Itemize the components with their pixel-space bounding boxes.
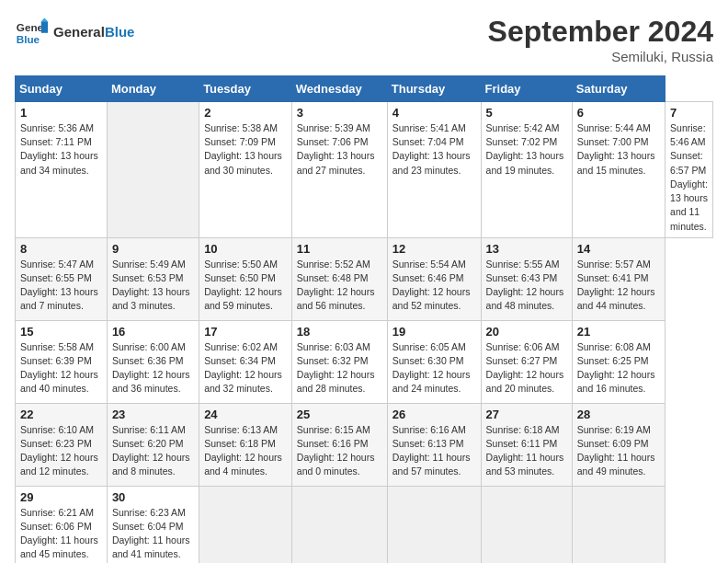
calendar-cell: 24Sunrise: 6:13 AMSunset: 6:18 PMDayligh… [199, 403, 292, 486]
day-info: Sunrise: 5:47 AMSunset: 6:55 PMDaylight:… [20, 258, 102, 314]
day-info: Sunrise: 6:05 AMSunset: 6:30 PMDaylight:… [392, 340, 476, 396]
calendar-cell: 4Sunrise: 5:41 AMSunset: 7:04 PMDaylight… [387, 102, 481, 238]
weekday-header-tuesday: Tuesday [199, 76, 292, 102]
day-number: 23 [112, 408, 194, 421]
day-number: 27 [486, 408, 567, 421]
location: Semiluki, Russia [488, 49, 713, 64]
calendar-cell: 8Sunrise: 5:47 AMSunset: 6:55 PMDaylight… [16, 237, 108, 320]
svg-marker-2 [41, 21, 48, 33]
day-number: 14 [577, 242, 660, 256]
day-number: 5 [486, 106, 567, 120]
day-info: Sunrise: 5:58 AMSunset: 6:39 PMDaylight:… [20, 340, 102, 396]
calendar-cell: 29Sunrise: 6:21 AMSunset: 6:06 PMDayligh… [16, 486, 108, 563]
day-number: 7 [670, 106, 708, 120]
day-number: 1 [20, 106, 102, 120]
calendar-cell: 27Sunrise: 6:18 AMSunset: 6:11 PMDayligh… [481, 403, 572, 486]
calendar-cell: 9Sunrise: 5:49 AMSunset: 6:53 PMDaylight… [107, 237, 199, 320]
day-info: Sunrise: 6:00 AMSunset: 6:36 PMDaylight:… [112, 340, 194, 396]
day-info: Sunrise: 5:49 AMSunset: 6:53 PMDaylight:… [112, 258, 194, 314]
day-number: 20 [486, 325, 567, 339]
calendar-cell: 2Sunrise: 5:38 AMSunset: 7:09 PMDaylight… [199, 102, 292, 238]
calendar-cell [481, 486, 572, 563]
day-number: 18 [297, 325, 382, 339]
svg-text:Blue: Blue [17, 33, 40, 45]
day-number: 30 [112, 490, 194, 504]
day-info: Sunrise: 6:10 AMSunset: 6:23 PMDaylight:… [20, 423, 102, 479]
calendar-cell [199, 486, 292, 563]
day-number: 11 [297, 242, 382, 256]
day-number: 10 [204, 242, 287, 256]
weekday-header-sunday: Sunday [16, 76, 108, 102]
calendar-cell: 11Sunrise: 5:52 AMSunset: 6:48 PMDayligh… [291, 237, 387, 320]
day-info: Sunrise: 5:46 AMSunset: 6:57 PMDaylight:… [670, 121, 708, 234]
calendar-cell: 6Sunrise: 5:44 AMSunset: 7:00 PMDaylight… [572, 102, 665, 238]
day-number: 26 [392, 408, 476, 421]
weekday-header-wednesday: Wednesday [291, 76, 387, 102]
calendar-cell [291, 486, 387, 563]
weekday-header-monday: Monday [107, 76, 199, 102]
logo-text: GeneralBlue [53, 24, 134, 40]
calendar-cell: 13Sunrise: 5:55 AMSunset: 6:43 PMDayligh… [481, 237, 572, 320]
calendar-cell [387, 486, 481, 563]
day-number: 28 [577, 408, 660, 421]
calendar-table: SundayMondayTuesdayWednesdayThursdayFrid… [15, 75, 713, 563]
day-number: 22 [20, 408, 102, 421]
calendar-week-1: 8Sunrise: 5:47 AMSunset: 6:55 PMDaylight… [16, 237, 713, 320]
day-info: Sunrise: 5:38 AMSunset: 7:09 PMDaylight:… [204, 121, 287, 178]
day-number: 8 [20, 242, 102, 256]
calendar-cell: 28Sunrise: 6:19 AMSunset: 6:09 PMDayligh… [572, 403, 665, 486]
weekday-header-saturday: Saturday [572, 76, 665, 102]
day-number: 29 [20, 490, 102, 504]
calendar-cell: 12Sunrise: 5:54 AMSunset: 6:46 PMDayligh… [387, 237, 481, 320]
day-info: Sunrise: 5:41 AMSunset: 7:04 PMDaylight:… [392, 121, 476, 178]
day-number: 13 [486, 242, 567, 256]
calendar-cell: 30Sunrise: 6:23 AMSunset: 6:04 PMDayligh… [107, 486, 199, 563]
day-number: 24 [204, 408, 287, 421]
day-info: Sunrise: 5:39 AMSunset: 7:06 PMDaylight:… [297, 121, 382, 178]
calendar-week-3: 22Sunrise: 6:10 AMSunset: 6:23 PMDayligh… [16, 403, 713, 486]
day-number: 21 [577, 325, 660, 339]
month-title: September 2024 [488, 15, 713, 49]
day-info: Sunrise: 5:50 AMSunset: 6:50 PMDaylight:… [204, 258, 287, 314]
day-info: Sunrise: 6:06 AMSunset: 6:27 PMDaylight:… [486, 340, 567, 396]
calendar-cell: 22Sunrise: 6:10 AMSunset: 6:23 PMDayligh… [16, 403, 108, 486]
calendar-cell: 10Sunrise: 5:50 AMSunset: 6:50 PMDayligh… [199, 237, 292, 320]
day-info: Sunrise: 5:57 AMSunset: 6:41 PMDaylight:… [577, 258, 660, 314]
day-number: 6 [577, 106, 660, 120]
day-info: Sunrise: 6:16 AMSunset: 6:13 PMDaylight:… [392, 423, 476, 479]
day-number: 17 [204, 325, 287, 339]
day-info: Sunrise: 5:54 AMSunset: 6:46 PMDaylight:… [392, 258, 476, 314]
calendar-cell: 16Sunrise: 6:00 AMSunset: 6:36 PMDayligh… [107, 320, 199, 403]
day-info: Sunrise: 5:52 AMSunset: 6:48 PMDaylight:… [297, 258, 382, 314]
calendar-cell: 19Sunrise: 6:05 AMSunset: 6:30 PMDayligh… [387, 320, 481, 403]
calendar-cell [107, 102, 199, 238]
calendar-cell: 15Sunrise: 5:58 AMSunset: 6:39 PMDayligh… [16, 320, 108, 403]
svg-marker-3 [41, 18, 48, 22]
day-info: Sunrise: 6:15 AMSunset: 6:16 PMDaylight:… [297, 423, 382, 479]
title-block: September 2024 Semiluki, Russia [488, 15, 713, 64]
day-number: 25 [297, 408, 382, 421]
calendar-cell: 7Sunrise: 5:46 AMSunset: 6:57 PMDaylight… [665, 102, 713, 238]
day-info: Sunrise: 6:23 AMSunset: 6:04 PMDaylight:… [112, 506, 194, 562]
weekday-header-row: SundayMondayTuesdayWednesdayThursdayFrid… [16, 76, 713, 102]
calendar-cell: 1Sunrise: 5:36 AMSunset: 7:11 PMDaylight… [16, 102, 108, 238]
calendar-week-0: 1Sunrise: 5:36 AMSunset: 7:11 PMDaylight… [16, 102, 713, 238]
day-info: Sunrise: 6:18 AMSunset: 6:11 PMDaylight:… [486, 423, 567, 479]
calendar-cell [572, 486, 665, 563]
calendar-week-4: 29Sunrise: 6:21 AMSunset: 6:06 PMDayligh… [16, 486, 713, 563]
day-info: Sunrise: 6:02 AMSunset: 6:34 PMDaylight:… [204, 340, 287, 396]
day-number: 19 [392, 325, 476, 339]
calendar-cell: 17Sunrise: 6:02 AMSunset: 6:34 PMDayligh… [199, 320, 292, 403]
calendar-cell: 18Sunrise: 6:03 AMSunset: 6:32 PMDayligh… [291, 320, 387, 403]
day-number: 3 [297, 106, 382, 120]
day-number: 4 [392, 106, 476, 120]
day-info: Sunrise: 6:03 AMSunset: 6:32 PMDaylight:… [297, 340, 382, 396]
calendar-cell: 14Sunrise: 5:57 AMSunset: 6:41 PMDayligh… [572, 237, 665, 320]
page-header: General Blue GeneralBlue September 2024 … [15, 15, 713, 64]
weekday-header-thursday: Thursday [387, 76, 481, 102]
day-number: 16 [112, 325, 194, 339]
logo: General Blue GeneralBlue [15, 15, 134, 48]
logo-icon: General Blue [15, 15, 48, 48]
calendar-cell: 3Sunrise: 5:39 AMSunset: 7:06 PMDaylight… [291, 102, 387, 238]
calendar-week-2: 15Sunrise: 5:58 AMSunset: 6:39 PMDayligh… [16, 320, 713, 403]
